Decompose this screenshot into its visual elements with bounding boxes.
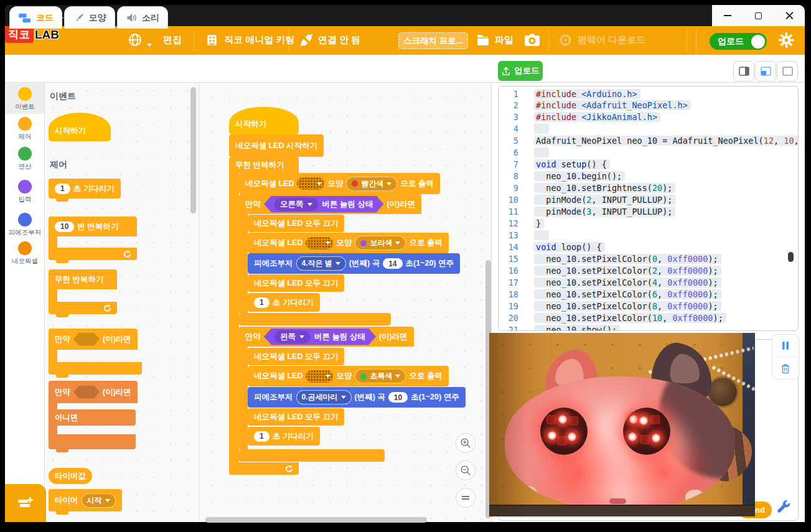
tab-sound-label: 소리	[142, 12, 159, 24]
zoom-in-icon	[460, 437, 471, 449]
script-block-neo-off[interactable]: 네오픽셀 LED 모두 끄기	[248, 274, 344, 292]
tab-bar	[5, 55, 805, 83]
led-color-dropdown[interactable]: 보라색	[355, 236, 406, 250]
script-block-neo-output-red[interactable]: 네오픽셀 LED모양 빨간색으로 출력	[239, 173, 440, 194]
close-icon	[785, 12, 794, 20]
add-extension-button[interactable]	[5, 484, 46, 522]
serial-clear-button[interactable]	[772, 357, 799, 380]
song-dropdown[interactable]: 0.곰세마리	[296, 390, 352, 404]
script-block-wait[interactable]: 1초 기다리기	[248, 427, 320, 446]
menu-firmware[interactable]: 펌웨어 다운로드	[578, 34, 645, 46]
script-block-neo-off[interactable]: 네오픽셀 LED 모두 끄기	[248, 408, 344, 426]
serial-pause-button[interactable]	[772, 335, 799, 357]
palette-block-ifelse[interactable]: 만약(이)라면	[49, 381, 138, 403]
menu-file[interactable]: 파일	[495, 34, 513, 46]
code-line: 8 neo_10.begin();	[499, 170, 799, 182]
palette-block-else: 아니면	[49, 409, 136, 426]
script-block-neo-output-green[interactable]: 네오픽셀 LED모양 초록색으로 출력	[248, 366, 449, 386]
maximize-button[interactable]	[744, 5, 772, 26]
layout-split-button[interactable]	[755, 61, 776, 82]
led-shape-dropdown[interactable]	[306, 237, 333, 250]
code-line: 15 neo_10.setPixelColor(0, 0xff0000);	[499, 253, 799, 264]
globe-icon	[128, 32, 143, 47]
category-neopixel-dot	[18, 241, 32, 255]
script-block-if-right[interactable]: 만약 오른쪽버튼 눌림 상태 (이)라면	[239, 194, 421, 214]
script-horizontal-scrollbar[interactable]	[205, 517, 427, 523]
button-side-dropdown[interactable]: 왼쪽	[274, 330, 310, 343]
menu-separator	[687, 30, 687, 50]
led-color-dropdown[interactable]: 초록색	[355, 369, 406, 383]
script-block-start[interactable]: 시작하기	[229, 107, 299, 134]
palette-block-repeat[interactable]: 10번 반복하기	[49, 217, 137, 236]
palette-block-if[interactable]: 만약(이)라면	[49, 329, 138, 350]
category-piezo[interactable]: 피에조부저	[6, 213, 44, 237]
wait-input[interactable]: 1	[254, 431, 270, 442]
led-shape-dropdown[interactable]	[306, 370, 333, 383]
led-shape-dropdown[interactable]	[297, 177, 324, 190]
script-block-forever[interactable]: 무한 반복하기	[229, 157, 299, 173]
palette-block-timer[interactable]: 타이머시작	[49, 489, 122, 511]
category-neopixel[interactable]: 네오픽셀	[6, 241, 44, 266]
duration-input[interactable]: 14	[383, 258, 402, 269]
tab-sound[interactable]: 소리	[117, 6, 168, 29]
layout-code-only-button[interactable]	[733, 61, 754, 82]
script-block-neo-start[interactable]: 네오픽셀 LED 시작하기	[229, 134, 324, 157]
zoom-reset-button[interactable]	[456, 488, 476, 508]
language-menu[interactable]	[128, 32, 143, 49]
code-line: 14void loop() {	[499, 241, 799, 253]
condition-left-button[interactable]: 왼쪽버튼 눌림 상태	[264, 329, 376, 345]
palette-block-forever[interactable]: 무한 반복하기	[49, 269, 117, 289]
zoom-in-button[interactable]	[456, 433, 476, 453]
code-editor[interactable]: 1#include <Arduino.h>2#include <Adafruit…	[498, 86, 799, 331]
settings-button[interactable]	[778, 32, 795, 50]
duration-input[interactable]: 10	[388, 392, 408, 403]
code-line: 19 neo_10.setPixelColor(8, 0xff0000);	[499, 300, 799, 312]
palette-block-timer-value[interactable]: 타이머값	[49, 468, 92, 484]
song-dropdown[interactable]: 4.작은 별	[296, 256, 346, 271]
minimize-button[interactable]	[713, 5, 742, 26]
file-icon	[476, 32, 490, 49]
button-side-dropdown[interactable]: 오른쪽	[274, 198, 318, 211]
code-scrollbar[interactable]	[788, 252, 794, 262]
menu-edit[interactable]: 편집	[163, 34, 182, 46]
category-operators[interactable]: 연산	[6, 147, 44, 171]
palette-block-wait[interactable]: 1초 기다리기	[49, 179, 121, 198]
code-line: 12}	[499, 217, 799, 229]
condition-right-button[interactable]: 오른쪽버튼 눌림 상태	[264, 196, 383, 213]
code-line: 21 neo_10.show();	[499, 324, 799, 331]
loop-arrow-icon	[284, 465, 294, 473]
layout-full-icon	[782, 67, 793, 76]
close-button[interactable]	[775, 5, 804, 26]
camera-icon[interactable]	[524, 34, 540, 49]
category-events[interactable]: 이벤트	[6, 87, 44, 111]
led-color-dropdown[interactable]: 빨간색	[346, 177, 397, 191]
tab-costume[interactable]: 모양	[64, 6, 115, 29]
script-block-neo-off[interactable]: 네오픽셀 LED 모두 끄기	[248, 348, 344, 365]
wait-input[interactable]: 1	[254, 297, 270, 308]
zoom-out-button[interactable]	[456, 460, 476, 480]
menu-connection-status[interactable]: 연결 안 됨	[318, 34, 360, 46]
script-block-neo-output-purple[interactable]: 네오픽셀 LED모양 보라색으로 출력	[248, 233, 449, 253]
upload-toggle-label: 업로드	[718, 36, 744, 47]
brush-icon	[73, 12, 85, 24]
script-block-piezo-song0[interactable]: 피에조부저0.곰세마리 (번째) 곡10초(1~20) 연주	[248, 387, 466, 408]
category-control[interactable]: 제어	[6, 117, 44, 141]
scratch-project-button[interactable]: 스크래치 프로...	[398, 32, 468, 49]
upload-code-button[interactable]: 업로드	[498, 61, 543, 81]
palette-block-if-end	[49, 362, 142, 375]
code-line: 9 neo_10.setBrightness(20);	[499, 182, 799, 194]
code-line: 18 neo_10.setPixelColor(6, 0xff0000);	[499, 288, 799, 300]
script-block-piezo-song4[interactable]: 피에조부저4.작은 별 (번째) 곡14초(1~20) 연주	[248, 253, 460, 274]
menu-device[interactable]: 직코 애니멀 키링	[224, 34, 294, 46]
palette-block-start[interactable]: 시작하기	[49, 113, 111, 141]
upload-mode-toggle[interactable]: 업로드	[710, 33, 767, 50]
script-block-wait[interactable]: 1초 기다리기	[248, 293, 320, 312]
layout-full-button[interactable]	[777, 61, 798, 82]
category-input[interactable]: 입력	[6, 180, 44, 204]
tab-code[interactable]: 코드	[9, 6, 62, 29]
script-block-if-left[interactable]: 만약 왼쪽버튼 눌림 상태 (이)라면	[239, 327, 414, 347]
palette-scrollbar[interactable]	[190, 87, 196, 213]
serial-settings-button[interactable]	[776, 500, 792, 518]
script-block-neo-off[interactable]: 네오픽셀 LED 모두 끄기	[248, 215, 344, 232]
logo-jikko: 직코	[5, 26, 34, 43]
